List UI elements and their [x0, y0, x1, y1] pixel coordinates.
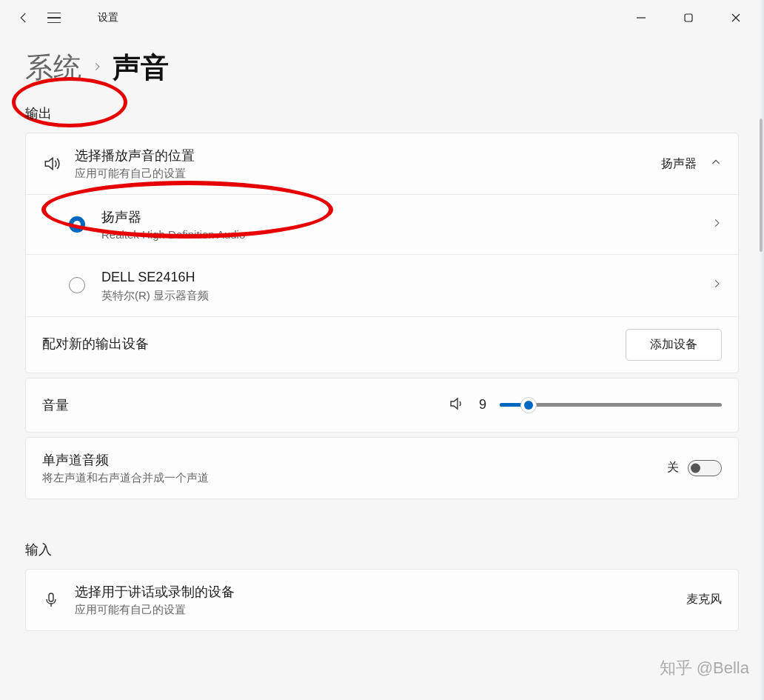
microphone-icon	[42, 591, 75, 609]
input-select-title: 选择用于讲话或录制的设备	[75, 583, 686, 601]
volume-slider[interactable]	[500, 403, 722, 407]
input-device-header[interactable]: 选择用于讲话或录制的设备 应用可能有自己的设置 麦克风	[26, 570, 738, 630]
svg-rect-2	[49, 593, 53, 601]
output-device-header[interactable]: 选择播放声音的位置 应用可能有自己的设置 扬声器	[26, 133, 738, 194]
svg-rect-1	[685, 14, 692, 21]
chevron-right-icon	[711, 218, 722, 231]
chevron-up-icon	[710, 156, 722, 171]
breadcrumb-system[interactable]: 系统	[25, 49, 81, 87]
mono-audio-card: 单声道音频 将左声道和右声道合并成一个声道 关	[25, 437, 739, 499]
mono-toggle[interactable]	[688, 460, 722, 476]
radio-unselected[interactable]	[69, 277, 85, 293]
device-name: 扬声器	[101, 208, 711, 227]
volume-value: 9	[479, 397, 486, 413]
titlebar: 设置	[0, 0, 764, 36]
current-output-device: 扬声器	[661, 156, 697, 172]
radio-selected[interactable]	[69, 216, 85, 233]
chevron-right-icon	[711, 279, 722, 292]
slider-thumb[interactable]	[520, 397, 537, 413]
output-select-title: 选择播放声音的位置	[75, 147, 661, 165]
input-section-title: 输入	[25, 541, 739, 559]
pair-new-device-row: 配对新的输出设备 添加设备	[26, 316, 738, 373]
back-button[interactable]	[15, 9, 33, 27]
pair-new-label: 配对新的输出设备	[42, 335, 149, 353]
current-input-device: 麦克风	[686, 592, 722, 607]
speaker-icon	[42, 154, 75, 173]
mono-title: 单声道音频	[42, 451, 667, 470]
add-device-button[interactable]: 添加设备	[626, 329, 722, 361]
device-desc: Realtek High Definition Audio	[101, 228, 711, 241]
input-device-card: 选择用于讲话或录制的设备 应用可能有自己的设置 麦克风	[25, 569, 739, 631]
volume-label: 音量	[42, 396, 69, 414]
volume-icon[interactable]	[448, 395, 466, 416]
output-select-subtitle: 应用可能有自己的设置	[75, 167, 661, 181]
device-name: DELL SE2416H	[101, 268, 711, 287]
output-device-card: 选择播放声音的位置 应用可能有自己的设置 扬声器 扬声器 Realtek Hig…	[25, 133, 739, 373]
device-desc: 英特尔(R) 显示器音频	[101, 289, 711, 303]
output-section-title: 输出	[25, 104, 739, 122]
mono-state-label: 关	[667, 460, 679, 476]
output-device-option-speaker[interactable]: 扬声器 Realtek High Definition Audio	[26, 194, 738, 254]
breadcrumb: 系统 声音	[0, 36, 764, 104]
minimize-button[interactable]	[628, 4, 654, 31]
maximize-button[interactable]	[675, 4, 702, 31]
breadcrumb-current: 声音	[113, 49, 169, 87]
mono-subtitle: 将左声道和右声道合并成一个声道	[42, 471, 667, 485]
volume-card: 音量 9	[25, 378, 739, 433]
hamburger-menu[interactable]	[47, 9, 65, 27]
input-select-subtitle: 应用可能有自己的设置	[75, 603, 686, 617]
app-title: 设置	[98, 11, 118, 24]
output-device-option-dell[interactable]: DELL SE2416H 英特尔(R) 显示器音频	[26, 254, 738, 316]
watermark: 知乎 @Bella	[660, 657, 749, 679]
chevron-right-icon	[92, 58, 102, 79]
close-button[interactable]	[723, 4, 749, 31]
